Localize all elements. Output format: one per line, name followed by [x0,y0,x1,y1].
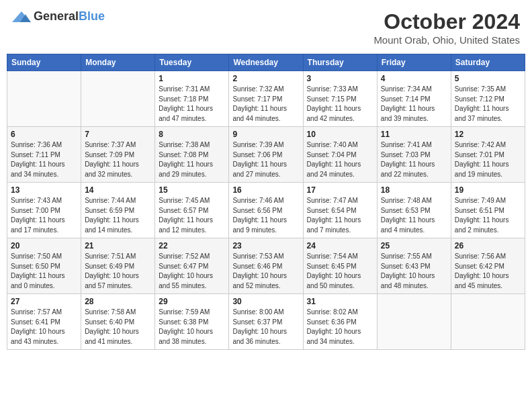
day-info: Sunrise: 7:46 AMSunset: 6:56 PMDaylight:… [232,196,299,235]
day-number: 11 [381,130,447,139]
calendar-week-row: 1Sunrise: 7:31 AMSunset: 7:18 PMDaylight… [7,71,525,127]
day-of-week-header: Sunday [7,54,81,71]
day-of-week-header: Tuesday [155,54,229,71]
calendar-cell: 19Sunrise: 7:49 AMSunset: 6:51 PMDayligh… [451,183,525,238]
calendar-cell: 27Sunrise: 7:57 AMSunset: 6:41 PMDayligh… [7,294,81,350]
calendar-cell: 10Sunrise: 7:40 AMSunset: 7:04 PMDayligh… [303,127,377,183]
calendar-cell: 2Sunrise: 7:32 AMSunset: 7:17 PMDaylight… [229,71,303,127]
day-number: 25 [381,241,447,250]
day-number: 31 [307,297,373,306]
calendar-header-row: SundayMondayTuesdayWednesdayThursdayFrid… [7,54,525,71]
day-number: 5 [455,74,521,83]
day-info: Sunrise: 7:44 AMSunset: 6:59 PMDaylight:… [85,196,151,235]
calendar-cell: 3Sunrise: 7:33 AMSunset: 7:15 PMDaylight… [303,71,377,127]
calendar-table: SundayMondayTuesdayWednesdayThursdayFrid… [7,54,525,350]
day-info: Sunrise: 8:00 AMSunset: 6:37 PMDaylight:… [232,308,299,347]
day-of-week-header: Friday [377,54,451,71]
day-number: 3 [307,74,373,83]
day-info: Sunrise: 7:45 AMSunset: 6:57 PMDaylight:… [159,196,225,235]
logo-icon [12,10,31,24]
calendar-cell: 24Sunrise: 7:54 AMSunset: 6:45 PMDayligh… [303,238,377,294]
calendar-cell: 23Sunrise: 7:53 AMSunset: 6:46 PMDayligh… [229,238,303,294]
day-info: Sunrise: 7:47 AMSunset: 6:54 PMDaylight:… [307,196,373,235]
calendar-cell: 8Sunrise: 7:38 AMSunset: 7:08 PMDaylight… [155,127,229,183]
day-number: 19 [455,185,521,195]
day-number: 27 [11,297,77,306]
calendar-cell: 30Sunrise: 8:00 AMSunset: 6:37 PMDayligh… [229,294,303,350]
day-number: 14 [85,185,151,195]
month-title: October 2024 [373,9,520,34]
day-number: 30 [232,297,299,306]
day-number: 8 [159,130,225,139]
day-number: 4 [381,74,447,83]
calendar-cell: 7Sunrise: 7:37 AMSunset: 7:09 PMDaylight… [81,127,155,183]
day-info: Sunrise: 7:36 AMSunset: 7:11 PMDaylight:… [11,140,77,179]
calendar-week-row: 13Sunrise: 7:43 AMSunset: 7:00 PMDayligh… [7,183,525,238]
day-of-week-header: Wednesday [229,54,303,71]
calendar-cell: 28Sunrise: 7:58 AMSunset: 6:40 PMDayligh… [81,294,155,350]
day-number: 22 [159,241,225,250]
calendar-week-row: 6Sunrise: 7:36 AMSunset: 7:11 PMDaylight… [7,127,525,183]
day-number: 7 [85,130,151,139]
calendar-cell: 12Sunrise: 7:42 AMSunset: 7:01 PMDayligh… [451,127,525,183]
day-of-week-header: Saturday [451,54,525,71]
calendar-cell: 1Sunrise: 7:31 AMSunset: 7:18 PMDaylight… [155,71,229,127]
day-info: Sunrise: 7:35 AMSunset: 7:12 PMDaylight:… [455,85,521,124]
calendar-cell: 16Sunrise: 7:46 AMSunset: 6:56 PMDayligh… [229,183,303,238]
day-number: 2 [232,74,299,83]
day-info: Sunrise: 7:52 AMSunset: 6:47 PMDaylight:… [159,252,225,291]
calendar-cell: 14Sunrise: 7:44 AMSunset: 6:59 PMDayligh… [81,183,155,238]
day-info: Sunrise: 7:31 AMSunset: 7:18 PMDaylight:… [159,85,225,124]
day-of-week-header: Monday [81,54,155,71]
day-number: 16 [232,185,299,195]
logo: General Blue [12,9,105,24]
calendar-cell: 22Sunrise: 7:52 AMSunset: 6:47 PMDayligh… [155,238,229,294]
calendar-cell: 15Sunrise: 7:45 AMSunset: 6:57 PMDayligh… [155,183,229,238]
day-info: Sunrise: 8:02 AMSunset: 6:36 PMDaylight:… [307,308,373,347]
calendar-cell [81,71,155,127]
day-info: Sunrise: 7:41 AMSunset: 7:03 PMDaylight:… [381,140,447,179]
day-number: 24 [307,241,373,250]
calendar-cell: 21Sunrise: 7:51 AMSunset: 6:49 PMDayligh… [81,238,155,294]
day-info: Sunrise: 7:57 AMSunset: 6:41 PMDaylight:… [11,308,77,347]
day-number: 18 [381,185,447,195]
day-number: 10 [307,130,373,139]
day-info: Sunrise: 7:32 AMSunset: 7:17 PMDaylight:… [232,85,299,124]
day-number: 28 [85,297,151,306]
day-number: 1 [159,74,225,83]
calendar-cell: 31Sunrise: 8:02 AMSunset: 6:36 PMDayligh… [303,294,377,350]
day-info: Sunrise: 7:42 AMSunset: 7:01 PMDaylight:… [455,140,521,179]
calendar-cell: 18Sunrise: 7:48 AMSunset: 6:53 PMDayligh… [377,183,451,238]
calendar-cell: 13Sunrise: 7:43 AMSunset: 7:00 PMDayligh… [7,183,81,238]
day-number: 21 [85,241,151,250]
day-info: Sunrise: 7:49 AMSunset: 6:51 PMDaylight:… [455,196,521,235]
day-info: Sunrise: 7:38 AMSunset: 7:08 PMDaylight:… [159,140,225,179]
calendar-cell: 17Sunrise: 7:47 AMSunset: 6:54 PMDayligh… [303,183,377,238]
calendar-cell: 5Sunrise: 7:35 AMSunset: 7:12 PMDaylight… [451,71,525,127]
calendar-cell [377,294,451,350]
calendar-cell [451,294,525,350]
day-info: Sunrise: 7:56 AMSunset: 6:42 PMDaylight:… [455,252,521,291]
day-info: Sunrise: 7:34 AMSunset: 7:14 PMDaylight:… [381,85,447,124]
day-info: Sunrise: 7:53 AMSunset: 6:46 PMDaylight:… [232,252,299,291]
day-number: 9 [232,130,299,139]
day-number: 15 [159,185,225,195]
calendar-week-row: 27Sunrise: 7:57 AMSunset: 6:41 PMDayligh… [7,294,525,350]
calendar-cell: 9Sunrise: 7:39 AMSunset: 7:06 PMDaylight… [229,127,303,183]
day-number: 6 [11,130,77,139]
calendar-cell: 4Sunrise: 7:34 AMSunset: 7:14 PMDaylight… [377,71,451,127]
logo-general: General [34,9,79,24]
calendar-week-row: 20Sunrise: 7:50 AMSunset: 6:50 PMDayligh… [7,238,525,294]
day-info: Sunrise: 7:51 AMSunset: 6:49 PMDaylight:… [85,252,151,291]
day-of-week-header: Thursday [303,54,377,71]
logo-blue: Blue [79,9,105,24]
day-info: Sunrise: 7:39 AMSunset: 7:06 PMDaylight:… [232,140,299,179]
day-info: Sunrise: 7:43 AMSunset: 7:00 PMDaylight:… [11,196,77,235]
day-number: 29 [159,297,225,306]
day-info: Sunrise: 7:55 AMSunset: 6:43 PMDaylight:… [381,252,447,291]
calendar-cell: 29Sunrise: 7:59 AMSunset: 6:38 PMDayligh… [155,294,229,350]
day-number: 26 [455,241,521,250]
day-number: 20 [11,241,77,250]
day-info: Sunrise: 7:54 AMSunset: 6:45 PMDaylight:… [307,252,373,291]
day-number: 23 [232,241,299,250]
